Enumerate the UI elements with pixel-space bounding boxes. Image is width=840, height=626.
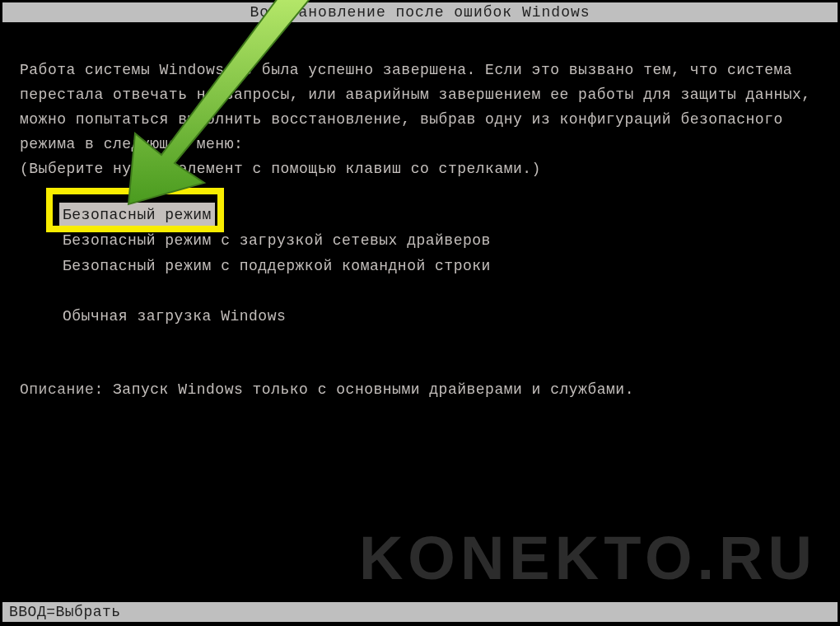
menu-item-normal-boot[interactable]: Обычная загрузка Windows	[59, 304, 289, 329]
description-line: Описание: Запуск Windows только с основн…	[20, 377, 634, 402]
menu-item-safe-mode[interactable]: Безопасный режим	[59, 203, 215, 227]
description-label: Описание:	[20, 381, 104, 398]
footer-bar: ВВОД=Выбрать	[2, 602, 838, 622]
footer-text: ВВОД=Выбрать	[9, 604, 121, 620]
instruction: (Выберите нужный элемент с помощью клави…	[20, 161, 541, 177]
watermark: KONEKTO.RU	[359, 523, 817, 593]
menu-item-safe-mode-command[interactable]: Безопасный режим с поддержкой командной …	[59, 254, 494, 278]
menu-item-safe-mode-networking[interactable]: Безопасный режим с загрузкой сетевых дра…	[59, 228, 494, 253]
description-text: Запуск Windows только с основными драйве…	[113, 381, 634, 398]
body-text: Работа системы Windows не была успешно з…	[20, 58, 820, 181]
title-bar: Восстановление после ошибок Windows	[2, 2, 838, 22]
paragraph: Работа системы Windows не была успешно з…	[20, 62, 811, 152]
title-text: Восстановление после ошибок Windows	[250, 4, 590, 21]
boot-menu[interactable]: Безопасный режим Безопасный режим с загр…	[59, 203, 494, 329]
boot-recovery-screen: Восстановление после ошибок Windows Рабо…	[0, 0, 840, 626]
